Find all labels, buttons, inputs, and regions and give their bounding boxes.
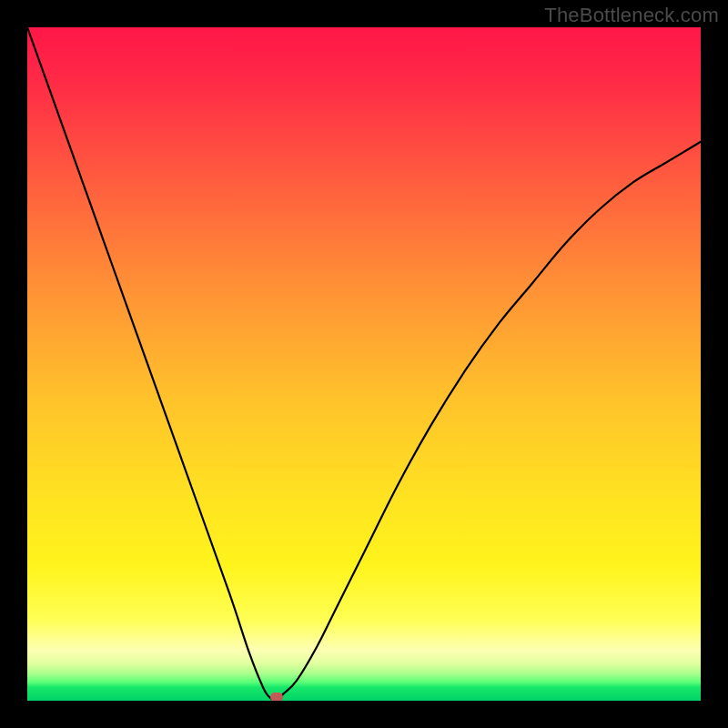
plot-area	[27, 27, 701, 701]
watermark-text: TheBottleneck.com	[544, 4, 719, 27]
bottleneck-curve	[27, 27, 701, 701]
chart-frame: TheBottleneck.com	[0, 0, 728, 728]
optimal-point-marker	[270, 693, 283, 701]
